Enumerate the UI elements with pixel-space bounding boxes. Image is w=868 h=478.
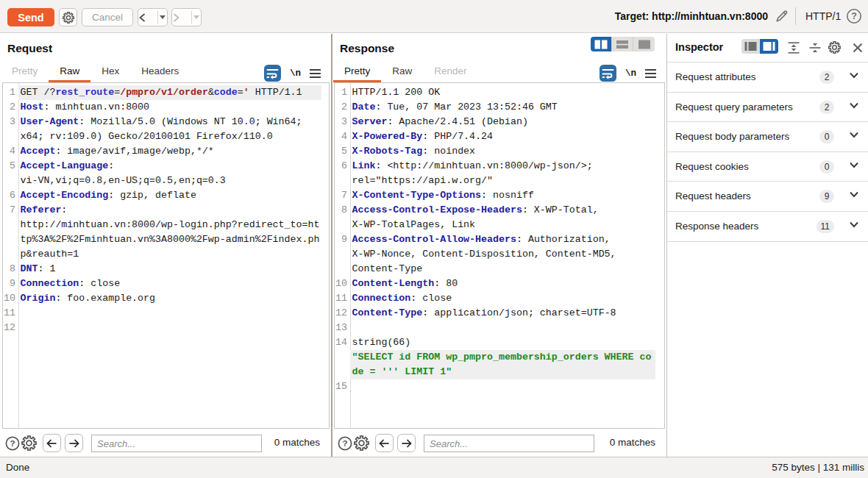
chevron-down-icon[interactable] <box>849 72 859 79</box>
line-text: Access-Control-Allow-Headers: Authorizat… <box>352 232 611 247</box>
line-number: 4 <box>335 129 347 144</box>
request-tabs: PrettyRawHexHeaders <box>1 63 190 82</box>
tab-raw[interactable]: Raw <box>381 63 423 82</box>
svg-text:?: ? <box>851 11 857 21</box>
request-panel-title: Request <box>7 42 52 55</box>
line-number: 13 <box>335 321 347 335</box>
response-editor[interactable]: 1HTTP/1.1 200 OK2Date: Tue, 07 Mar 2023 … <box>334 82 665 429</box>
inspector-section-request-attributes[interactable]: Request attributes2 <box>667 63 868 93</box>
tab-headers[interactable]: Headers <box>130 63 190 82</box>
word-wrap-toggle-icon[interactable] <box>264 65 281 82</box>
line-number: 1 <box>335 85 347 100</box>
back-dropdown-caret-icon[interactable] <box>158 15 167 19</box>
editor-menu-icon[interactable] <box>310 68 321 79</box>
line-number: 4 <box>3 144 15 159</box>
inspector-section-response-headers[interactable]: Response headers11 <box>667 212 868 242</box>
word-wrap-toggle-icon[interactable] <box>600 65 616 82</box>
search-settings-icon[interactable] <box>21 435 37 451</box>
search-next-button[interactable] <box>397 434 416 452</box>
editor-line: 12Content-Type: application/json; charse… <box>335 306 664 321</box>
burp-repeater-window: Send Cancel Target: http://minhtuan.vn:8… <box>0 0 868 478</box>
search-input[interactable] <box>91 435 262 452</box>
line-text: Accept: image/avif,image/webp,*/* <box>21 144 214 159</box>
line-text: X-WP-Nonce, Content-Disposition, Content… <box>352 247 616 262</box>
tab-hex[interactable]: Hex <box>90 63 130 82</box>
show-newlines-toggle[interactable]: \n <box>625 68 636 79</box>
help-icon[interactable]: ? <box>846 8 862 24</box>
count-badge: 2 <box>819 71 834 84</box>
inspector-settings-icon[interactable] <box>828 41 841 54</box>
line-number: 9 <box>335 232 347 247</box>
line-text: Referer: <box>21 203 68 218</box>
line-number: 7 <box>3 203 15 218</box>
editor-line: x64; rv:109.0) Gecko/20100101 Firefox/11… <box>3 129 329 144</box>
request-panel: Request PrettyRawHexHeaders \n 1GET /?re… <box>0 34 331 457</box>
response-panel: Response PrettyRawRender \n 1HTTP/1.1 20… <box>332 34 666 457</box>
inspector-section-request-query-parameters[interactable]: Request query parameters2 <box>667 93 868 123</box>
line-text: X-Powered-By: PHP/7.4.24 <box>352 129 494 144</box>
editor-line: tp%3A%2F%2Fminhtuan.vn%3A8000%2Fwp-admin… <box>3 232 329 247</box>
expand-all-icon[interactable] <box>787 41 800 54</box>
line-text: vi-VN,vi;q=0.8,en-US;q=0.5,en;q=0.3 <box>21 174 226 188</box>
editor-menu-icon[interactable] <box>645 68 656 79</box>
back-button[interactable] <box>138 8 168 26</box>
response-tabs: PrettyRawRender <box>333 63 478 82</box>
show-newlines-toggle[interactable]: \n <box>290 68 301 79</box>
status-text: Done <box>6 457 29 477</box>
target-label: Target: http://minhtuan.vn:8000 <box>615 0 768 33</box>
chevron-down-icon[interactable] <box>849 162 859 168</box>
line-text: Content-Type <box>352 262 423 277</box>
collapse-all-icon[interactable] <box>808 41 821 54</box>
layout-single-button[interactable] <box>633 37 655 51</box>
tab-pretty[interactable]: Pretty <box>333 63 381 82</box>
edit-target-button[interactable] <box>774 8 790 24</box>
response-stats-label: 575 bytes | 131 millis <box>772 457 864 477</box>
search-help-icon[interactable]: ? <box>338 436 352 451</box>
chevron-down-icon[interactable] <box>849 132 859 138</box>
search-prev-button[interactable] <box>43 434 61 452</box>
editor-line: 6Accept-Encoding: gzip, deflate <box>3 188 329 203</box>
editor-line: 12 <box>3 321 329 335</box>
inspector-section-request-cookies[interactable]: Request cookies0 <box>667 152 868 182</box>
editor-line: "SELECT id FROM wp_pmpro_membership_orde… <box>335 350 664 365</box>
line-text: Connection: close <box>352 291 452 306</box>
dock-right-button[interactable] <box>760 39 778 54</box>
tab-raw[interactable]: Raw <box>49 63 90 82</box>
chevron-down-icon[interactable] <box>849 191 859 198</box>
dock-left-button[interactable] <box>741 39 760 54</box>
editor-line: 5X-Robots-Tag: noindex <box>335 144 664 159</box>
inspector-section-request-headers[interactable]: Request headers9 <box>667 182 868 212</box>
request-editor-icons: \n <box>264 65 321 82</box>
inspector-close-icon[interactable] <box>851 41 864 54</box>
line-number: 3 <box>3 115 15 129</box>
inspector-panel: Inspector Request attributes2Request que… <box>667 34 868 457</box>
editor-line: 1HTTP/1.1 200 OK <box>335 85 664 100</box>
search-input[interactable] <box>424 435 594 452</box>
editor-line: 8DNT: 1 <box>3 262 329 277</box>
forward-button[interactable] <box>171 8 202 26</box>
forward-dropdown-caret-icon[interactable] <box>192 15 201 19</box>
gear-icon <box>63 12 74 24</box>
line-text: X-WP-TotalPages, Link <box>352 218 476 232</box>
response-search-bar: ? 0 matches <box>332 429 666 457</box>
send-button[interactable]: Send <box>7 8 54 26</box>
layout-columns-button[interactable] <box>591 37 612 51</box>
chevron-down-icon[interactable] <box>849 102 859 109</box>
line-text: Accept-Encoding: gzip, deflate <box>21 188 196 203</box>
send-settings-button[interactable] <box>59 8 77 26</box>
main-area: Request PrettyRawHexHeaders \n 1GET /?re… <box>0 34 868 457</box>
search-prev-button[interactable] <box>375 434 394 452</box>
editor-line: de = ''' LIMIT 1" <box>335 365 664 379</box>
chevron-down-icon[interactable] <box>849 221 859 228</box>
layout-rows-button[interactable] <box>612 37 633 51</box>
search-settings-icon[interactable] <box>354 435 369 451</box>
line-number: 10 <box>335 277 347 291</box>
request-editor[interactable]: 1GET /?rest_route=/pmpro/v1/order&code='… <box>2 82 330 429</box>
editor-line: 3Server: Apache/2.4.51 (Debian) <box>335 115 664 129</box>
search-next-button[interactable] <box>65 434 83 452</box>
cancel-button[interactable]: Cancel <box>82 8 133 26</box>
response-editor-icons: \n <box>600 65 656 82</box>
search-help-icon[interactable]: ? <box>5 436 20 451</box>
count-badge: 11 <box>817 220 834 233</box>
inspector-section-request-body-parameters[interactable]: Request body parameters0 <box>667 122 868 152</box>
